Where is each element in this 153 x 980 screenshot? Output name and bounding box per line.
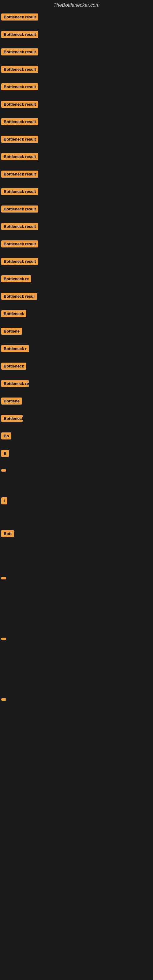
bottleneck-item-3: Bottleneck result	[0, 48, 153, 57]
bottleneck-item-23: Bottlene	[0, 398, 153, 406]
bottleneck-label-11: Bottleneck result	[1, 188, 38, 195]
bottleneck-label-13: Bottleneck result	[1, 223, 38, 230]
bottleneck-label-18: Bottleneck	[1, 310, 26, 317]
bottleneck-item-21: Bottleneck	[0, 363, 153, 371]
bottleneck-item-11: Bottleneck result	[0, 188, 153, 196]
bottleneck-item-27	[0, 467, 153, 473]
bottleneck-label-22: Bottleneck re	[1, 380, 29, 387]
bottleneck-item-6: Bottleneck result	[0, 101, 153, 109]
bottleneck-item-9: Bottleneck result	[0, 153, 153, 161]
bottleneck-item-16: Bottleneck re	[0, 275, 153, 283]
bottleneck-item-1: Bottleneck result	[0, 13, 153, 22]
bottleneck-label-1: Bottleneck result	[1, 13, 38, 21]
bottleneck-item-31	[0, 636, 153, 641]
bottleneck-item-17: Bottleneck resul	[0, 293, 153, 301]
bottleneck-label-14: Bottleneck result	[1, 240, 38, 247]
bottleneck-item-2: Bottleneck result	[0, 31, 153, 39]
bottleneck-label-8: Bottleneck result	[1, 136, 38, 143]
bottleneck-label-23: Bottlene	[1, 398, 22, 404]
bottleneck-label-12: Bottleneck result	[1, 205, 38, 213]
bottleneck-item-19: Bottlene	[0, 328, 153, 336]
bottleneck-label-4: Bottleneck result	[1, 66, 38, 73]
bottleneck-label-2: Bottleneck result	[1, 31, 38, 38]
bottleneck-item-20: Bottleneck r	[0, 345, 153, 353]
bottleneck-label-30	[1, 577, 6, 579]
bottleneck-label-3: Bottleneck result	[1, 48, 38, 56]
site-title-bar: TheBottlenecker.com	[0, 0, 153, 10]
site-title: TheBottlenecker.com	[0, 0, 153, 10]
bottleneck-item-4: Bottleneck result	[0, 66, 153, 74]
bottleneck-item-13: Bottleneck result	[0, 223, 153, 231]
bottleneck-label-26: B	[1, 450, 9, 457]
bottleneck-label-10: Bottleneck result	[1, 170, 38, 178]
bottleneck-label-20: Bottleneck r	[1, 345, 29, 352]
bottleneck-item-5: Bottleneck result	[0, 83, 153, 92]
bottleneck-label-31	[1, 638, 6, 640]
bottleneck-label-7: Bottleneck result	[1, 118, 38, 125]
bottleneck-label-15: Bottleneck result	[1, 258, 38, 265]
bottleneck-item-22: Bottleneck re	[0, 380, 153, 388]
bottleneck-item-25: Bo	[0, 433, 153, 441]
bottleneck-item-18: Bottleneck	[0, 310, 153, 318]
bottleneck-item-30	[0, 575, 153, 581]
bottleneck-item-24: Bottleneck	[0, 415, 153, 423]
bottleneck-label-6: Bottleneck result	[1, 101, 38, 108]
bottleneck-item-28: I	[0, 497, 153, 506]
bottleneck-label-27	[1, 469, 6, 472]
bottleneck-item-26: B	[0, 450, 153, 458]
bottleneck-item-12: Bottleneck result	[0, 205, 153, 214]
bottleneck-item-10: Bottleneck result	[0, 170, 153, 179]
bottleneck-label-17: Bottleneck resul	[1, 293, 37, 300]
bottleneck-label-24: Bottleneck	[1, 415, 22, 422]
bottleneck-label-16: Bottleneck re	[1, 275, 31, 282]
bottleneck-label-9: Bottleneck result	[1, 153, 38, 160]
bottleneck-item-29: Bott	[0, 530, 153, 538]
bottleneck-label-29: Bott	[1, 530, 14, 537]
bottleneck-label-5: Bottleneck result	[1, 83, 38, 90]
bottleneck-label-32	[1, 698, 6, 701]
bottleneck-item-7: Bottleneck result	[0, 118, 153, 126]
bottleneck-item-14: Bottleneck result	[0, 240, 153, 249]
bottleneck-item-32	[0, 697, 153, 702]
bottleneck-list: Bottleneck resultBottleneck resultBottle…	[0, 10, 153, 766]
bottleneck-item-8: Bottleneck result	[0, 136, 153, 144]
bottleneck-item-15: Bottleneck result	[0, 258, 153, 266]
bottleneck-label-19: Bottlene	[1, 328, 22, 335]
bottleneck-label-21: Bottleneck	[1, 363, 26, 370]
bottleneck-label-25: Bo	[1, 433, 11, 439]
bottleneck-label-28: I	[1, 497, 7, 504]
